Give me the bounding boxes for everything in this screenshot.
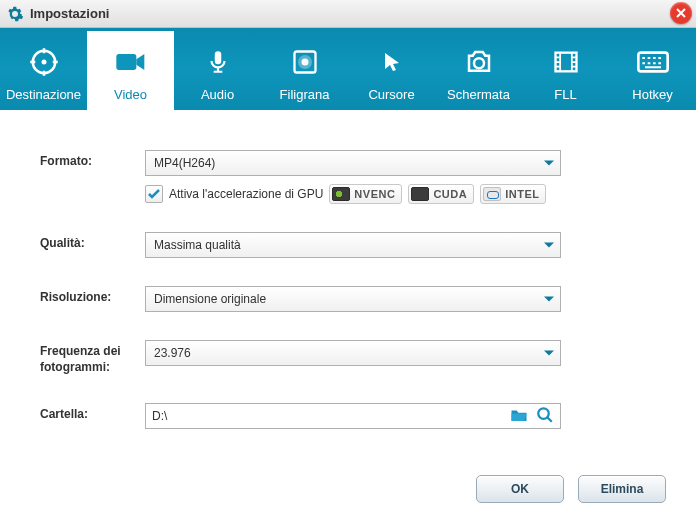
tab-cursore[interactable]: Cursore	[348, 28, 435, 110]
keyboard-icon	[637, 47, 669, 77]
svg-point-1	[41, 60, 46, 65]
chevron-down-icon	[544, 161, 554, 166]
browse-icon[interactable]	[536, 406, 554, 427]
tab-label: FLL	[554, 87, 576, 102]
tab-label: Video	[114, 87, 147, 102]
tab-schermata[interactable]: Schermata	[435, 28, 522, 110]
film-icon	[552, 47, 580, 77]
svg-point-6	[474, 58, 484, 68]
quality-select[interactable]: Massima qualità	[145, 232, 561, 258]
tab-label: Filigrana	[280, 87, 330, 102]
chevron-down-icon	[544, 351, 554, 356]
titlebar: Impostazioni	[0, 0, 696, 28]
svg-point-5	[301, 59, 308, 66]
gear-icon	[6, 5, 24, 23]
tab-fll[interactable]: FLL	[522, 28, 609, 110]
format-value: MP4(H264)	[154, 156, 215, 170]
badge-cuda: CUDA	[408, 184, 474, 204]
target-icon	[29, 47, 59, 77]
tab-hotkey[interactable]: Hotkey	[609, 28, 696, 110]
badge-nvenc: NVENC	[329, 184, 402, 204]
resolution-value: Dimensione originale	[154, 292, 266, 306]
folder-value: D:\	[152, 409, 510, 423]
ok-button[interactable]: OK	[476, 475, 564, 503]
svg-point-9	[538, 408, 549, 419]
video-icon	[115, 47, 147, 77]
tab-label: Destinazione	[6, 87, 81, 102]
gpu-accel-row: Attiva l'accelerazione di GPU NVENC CUDA…	[145, 184, 656, 204]
chevron-down-icon	[544, 243, 554, 248]
tab-label: Cursore	[368, 87, 414, 102]
folder-input[interactable]: D:\	[145, 403, 561, 429]
tab-label: Schermata	[447, 87, 510, 102]
gpu-accel-label: Attiva l'accelerazione di GPU	[169, 187, 323, 201]
watermark-icon	[291, 47, 319, 77]
dialog-footer: OK Elimina	[0, 467, 696, 519]
format-label: Formato:	[40, 150, 145, 170]
close-button[interactable]	[670, 2, 692, 24]
tabbar: Destinazione Video Audio Filigrana Curso…	[0, 28, 696, 110]
tab-label: Audio	[201, 87, 234, 102]
chevron-down-icon	[544, 297, 554, 302]
tab-filigrana[interactable]: Filigrana	[261, 28, 348, 110]
framerate-value: 23.976	[154, 346, 191, 360]
cursor-icon	[380, 47, 404, 77]
resolution-select[interactable]: Dimensione originale	[145, 286, 561, 312]
open-folder-icon[interactable]	[510, 407, 528, 426]
cancel-button[interactable]: Elimina	[578, 475, 666, 503]
svg-rect-3	[214, 51, 221, 64]
gpu-accel-checkbox[interactable]	[145, 185, 163, 203]
tab-video[interactable]: Video	[87, 28, 174, 110]
svg-rect-2	[116, 54, 136, 70]
svg-rect-8	[638, 53, 667, 72]
window-title: Impostazioni	[30, 6, 109, 21]
folder-label: Cartella:	[40, 403, 145, 423]
quality-label: Qualità:	[40, 232, 145, 252]
framerate-label: Frequenza dei fotogrammi:	[40, 340, 145, 375]
framerate-select[interactable]: 23.976	[145, 340, 561, 366]
resolution-label: Risoluzione:	[40, 286, 145, 306]
tab-destinazione[interactable]: Destinazione	[0, 28, 87, 110]
format-select[interactable]: MP4(H264)	[145, 150, 561, 176]
quality-value: Massima qualità	[154, 238, 241, 252]
badge-intel: INTEL	[480, 184, 546, 204]
tab-label: Hotkey	[632, 87, 672, 102]
camera-icon	[464, 47, 494, 77]
tab-audio[interactable]: Audio	[174, 28, 261, 110]
settings-form: Formato: MP4(H264) Attiva l'accelerazion…	[0, 110, 696, 467]
microphone-icon	[205, 47, 231, 77]
close-icon	[676, 5, 686, 21]
